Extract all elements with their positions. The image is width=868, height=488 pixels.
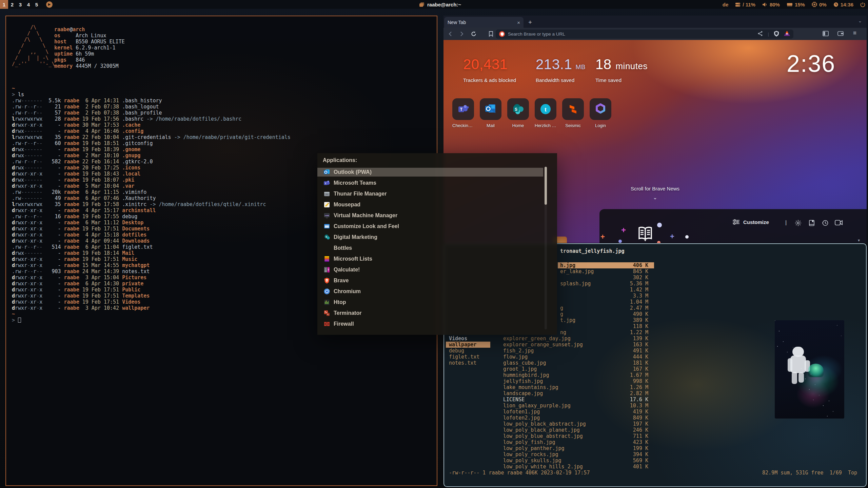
menu-item-microsoft-lists[interactable]: Microsoft Lists	[317, 253, 557, 264]
power-icon	[860, 2, 865, 7]
shortcut-sharepoint-icon[interactable]: SHome	[507, 98, 529, 128]
terminal-ls-row: .rw-r--r-- 903 raabe 24 Mar 14:39 notes.…	[12, 268, 291, 274]
fm-file-row[interactable]: explorer_green_day.jpg139 K	[444, 336, 866, 342]
forward-icon[interactable]	[458, 31, 465, 38]
workspace-3[interactable]: 3	[16, 0, 24, 9]
workspace-1[interactable]: 1	[0, 0, 8, 9]
workspace-5[interactable]: 5	[33, 0, 41, 9]
terminal-ls-row: .rw-r--r-- 582 raabe 22 Feb 16:14 .gtkrc…	[12, 159, 291, 165]
status-memory-icon[interactable]: 15%	[787, 2, 805, 7]
shortcut-tumblr-icon[interactable]: tHerzlich will…	[535, 98, 556, 128]
menu-scrollbar-thumb[interactable]	[545, 167, 547, 205]
menu-item-qalculate-[interactable]: xΩQalculate!	[317, 264, 557, 275]
new-tab-button[interactable]: +	[528, 17, 532, 28]
menu-item-terminator[interactable]: Terminator	[317, 308, 557, 319]
fm-file-row[interactable]: low_poly_white_hills_2.jpg401 K	[444, 464, 866, 470]
fm-file-row[interactable]: groot_1.jpg167 K	[444, 366, 866, 372]
sidebar-panel-icon[interactable]	[823, 31, 829, 38]
fm-file-row[interactable]: lake_mountains.jpg1.26 M	[444, 384, 866, 390]
fm-file-name: lofoten2.jpg	[503, 415, 540, 421]
bookmark-icon[interactable]	[488, 31, 494, 38]
menu-item-customize-look-and-feel[interactable]: Customize Look and Feel	[317, 221, 557, 232]
history-icon[interactable]	[822, 220, 829, 228]
fm-file-row[interactable]: lion_galaxy_purple.jpg10.3 M	[444, 403, 866, 409]
fm-file-row[interactable]: low_poly_blue_abstract.jpg711 K	[444, 433, 866, 439]
application-launcher-menu[interactable]: Applications: Outlook (PWA)TMicrosoft Te…	[317, 153, 557, 335]
stat-value: 20,431	[463, 56, 516, 73]
fm-file-row[interactable]: glass_cube.jpg181 K	[444, 360, 866, 366]
bat-rewards-icon[interactable]	[784, 31, 790, 37]
shortcut-seismic-icon[interactable]: Seismic	[562, 98, 584, 128]
fm-file-row[interactable]: flow.jpg444 K	[444, 354, 866, 360]
terminal-ls-row: .rw-r--r-- 57 raabe 2 Feb 07:38 .bash_pr…	[12, 110, 291, 116]
menu-hamburger-icon[interactable]: ≡	[853, 30, 856, 37]
tab-close-icon[interactable]: ×	[517, 20, 520, 25]
menu-item-htop[interactable]: Htop	[317, 297, 557, 308]
reload-icon[interactable]	[471, 31, 477, 38]
focused-window-title: raabe@arch:~	[419, 0, 461, 9]
fm-file-size: 3.3 M	[618, 293, 648, 299]
fm-file-size: 5.36 M	[618, 281, 648, 287]
menu-item-microsoft-teams[interactable]: TMicrosoft Teams	[317, 178, 557, 188]
menu-item-digital-marketing[interactable]: SDigital Marketing	[317, 232, 557, 243]
workspace-2[interactable]: 2	[8, 0, 16, 9]
camera-icon[interactable]	[835, 220, 843, 227]
menu-item-mousepad[interactable]: Mousepad	[317, 199, 557, 210]
shortcut-m365-icon[interactable]: Login	[590, 98, 611, 128]
fm-file-row[interactable]: low_poly_skulls.jpg569 K	[444, 458, 866, 464]
fm-file-size: 302 K	[618, 274, 648, 281]
fm-file-row[interactable]: low_poly_panther.jpg199 K	[444, 445, 866, 451]
tab-search-chevron-icon[interactable]: ⌄	[858, 18, 862, 23]
scrollbar-arrow-icon[interactable]: ▾	[858, 238, 860, 243]
fm-file-name: splash.jpg	[560, 281, 591, 287]
status-clock-icon[interactable]: 14:36	[833, 2, 853, 7]
system-status-widgets: de/ 11%80%15%0%14:36	[723, 0, 865, 9]
shortcut-teams-icon[interactable]: TChecking y…	[452, 98, 474, 128]
fm-file-row[interactable]: low_poly_black_planet.jpg246 K	[444, 427, 866, 433]
fm-file-row[interactable]: LICENSE17.6 K	[444, 396, 866, 403]
menu-item-firewall[interactable]: Firewall	[317, 319, 557, 329]
workspace-4[interactable]: 4	[24, 0, 33, 9]
status-power-icon[interactable]	[860, 2, 865, 7]
address-bar[interactable]: Search Brave or type a URL |	[496, 29, 793, 39]
menu-item-outlook-pwa-[interactable]: Outlook (PWA)	[317, 167, 557, 178]
wallet-icon[interactable]	[837, 31, 844, 38]
bookmarks-book-icon[interactable]	[808, 220, 815, 228]
fm-file-row[interactable]: hummingbird.jpg1.67 M	[444, 372, 866, 378]
status-cpu-icon[interactable]: 0%	[812, 2, 827, 7]
chromium-icon	[323, 288, 330, 295]
fm-file-row[interactable]: low_poly_fish.jpg423 K	[444, 439, 866, 445]
status-keyboard-layout[interactable]: de	[723, 2, 729, 7]
menu-item-brave[interactable]: Brave	[317, 275, 557, 286]
fm-file-row[interactable]: fish_2.jpg491 K	[444, 348, 866, 354]
menu-item-chromium[interactable]: Chromium	[317, 286, 557, 297]
menu-item-label: Digital Marketing	[334, 234, 377, 240]
shortcut-label: Mail	[480, 123, 501, 128]
m365-icon	[590, 98, 611, 120]
fm-file-row[interactable]: lofoten1.jpg419 K	[444, 409, 866, 415]
sharepoint-icon: S	[507, 98, 529, 120]
status-disk-icon[interactable]: / 11%	[735, 2, 755, 7]
share-icon[interactable]	[757, 31, 763, 37]
menu-item-label: Qalculate!	[334, 267, 360, 273]
fm-file-row[interactable]: explorer_orange_sunset.jpg163 K	[444, 342, 866, 348]
shortcut-outlook-icon[interactable]: Mail	[480, 98, 501, 128]
menu-item-thunar-file-manager[interactable]: Thunar File Manager	[317, 188, 557, 199]
customize-button[interactable]: Customize	[732, 219, 769, 225]
volume-icon	[762, 2, 768, 7]
fm-file-row[interactable]: jellyfish.jpg998 K	[444, 378, 866, 384]
fm-file-row[interactable]: low_poly_rocks.jpg394 K	[444, 451, 866, 458]
fm-file-row[interactable]: landscape.jpg2.82 M	[444, 390, 866, 396]
back-icon[interactable]	[448, 31, 454, 38]
fm-file-row[interactable]: low_poly_black_abstract.jpg197 K	[444, 421, 866, 427]
browser-tab[interactable]: New Tab ×	[444, 17, 524, 28]
arch-launcher-icon[interactable]: ▶	[46, 1, 53, 8]
menu-item-virtual-machine-manager[interactable]: VMMVirtual Machine Manager	[317, 210, 557, 221]
settings-gear-icon[interactable]	[795, 220, 802, 228]
status-volume-icon[interactable]: 80%	[762, 2, 780, 7]
menu-item-bottles[interactable]: Bottles	[317, 243, 557, 253]
terminal-ls-row: drwxr-xr-x - raabe 4 Apr 09:44 Downloads	[12, 238, 291, 244]
fm-file-row[interactable]: lofoten2.jpg849 K	[444, 415, 866, 421]
brave-shields-icon[interactable]	[774, 31, 779, 38]
qalculate-icon: xΩ	[323, 266, 330, 273]
